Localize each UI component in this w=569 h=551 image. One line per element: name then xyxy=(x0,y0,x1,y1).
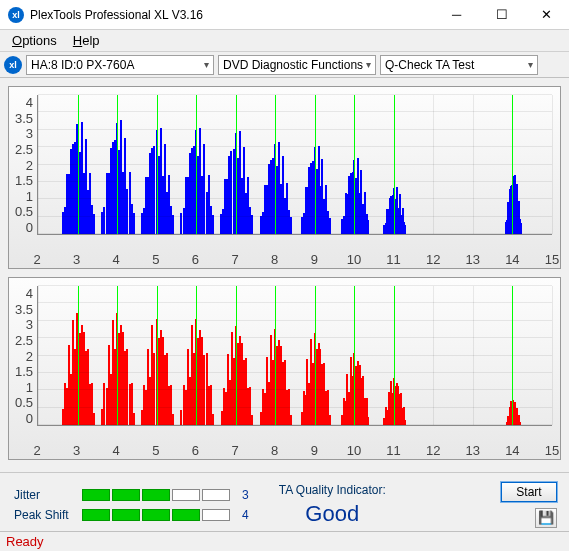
jitter-segments xyxy=(82,489,230,501)
xaxis-bottom: 23456789101112131415 xyxy=(37,441,552,455)
toolbar: xl HA:8 ID:0 PX-760A DVD Diagnostic Func… xyxy=(0,52,569,78)
bottom-panel: Jitter 3 Peak Shift 4 TA Quality Indicat… xyxy=(0,472,569,534)
start-button[interactable]: Start xyxy=(501,482,557,502)
quality-value: Good xyxy=(279,501,386,527)
quality-label: TA Quality Indicator: xyxy=(279,483,386,497)
category-select[interactable]: DVD Diagnostic Functions xyxy=(218,55,376,75)
metrics: Jitter 3 Peak Shift 4 xyxy=(14,488,249,522)
menu-help[interactable]: Help xyxy=(65,31,108,50)
menu-bar: Options Help xyxy=(0,30,569,52)
quality-indicator: TA Quality Indicator: Good xyxy=(279,483,386,527)
peakshift-label: Peak Shift xyxy=(14,508,74,522)
yaxis-top: 43.532.521.510.50 xyxy=(13,95,37,235)
device-icon: xl xyxy=(4,56,22,74)
window-title: PlexTools Professional XL V3.16 xyxy=(30,8,434,22)
peakshift-segments xyxy=(82,509,230,521)
status-text: Ready xyxy=(6,534,44,549)
jitter-label: Jitter xyxy=(14,488,74,502)
chart-area: 43.532.521.510.50 23456789101112131415 4… xyxy=(0,78,569,472)
plot-bottom xyxy=(37,286,552,426)
chart-top: 43.532.521.510.50 23456789101112131415 xyxy=(8,86,561,269)
xaxis-top: 23456789101112131415 xyxy=(37,250,552,264)
maximize-button[interactable]: ☐ xyxy=(479,0,524,30)
test-select[interactable]: Q-Check TA Test xyxy=(380,55,538,75)
app-icon: xl xyxy=(8,7,24,23)
device-select[interactable]: HA:8 ID:0 PX-760A xyxy=(26,55,214,75)
title-bar: xl PlexTools Professional XL V3.16 ─ ☐ ✕ xyxy=(0,0,569,30)
chart-bottom: 43.532.521.510.50 23456789101112131415 xyxy=(8,277,561,460)
close-button[interactable]: ✕ xyxy=(524,0,569,30)
jitter-row: Jitter 3 xyxy=(14,488,249,502)
status-bar: Ready xyxy=(0,531,569,551)
peakshift-value: 4 xyxy=(242,508,249,522)
peakshift-row: Peak Shift 4 xyxy=(14,508,249,522)
yaxis-bottom: 43.532.521.510.50 xyxy=(13,286,37,426)
save-icon-button[interactable]: 💾 xyxy=(535,508,557,528)
minimize-button[interactable]: ─ xyxy=(434,0,479,30)
menu-options[interactable]: Options xyxy=(4,31,65,50)
floppy-icon: 💾 xyxy=(538,510,554,525)
jitter-value: 3 xyxy=(242,488,249,502)
plot-top xyxy=(37,95,552,235)
